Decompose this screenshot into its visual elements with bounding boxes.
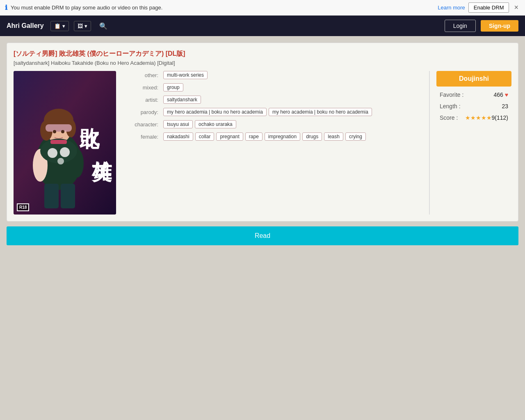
favorite-value: 466 ♥ [493,91,508,98]
favorite-label: Favorite : [440,91,463,98]
tag-rape[interactable]: rape [245,132,262,141]
mixed-tags: group [163,83,183,91]
image-icon: 🖼 [78,23,83,29]
other-row: other: multi-work series [130,71,426,79]
tag-impregnation[interactable]: impregnation [265,132,300,141]
length-label: Length : [440,103,461,110]
nav-dropdown-arrow2: ▾ [84,23,87,29]
svg-point-12 [48,148,57,158]
tag-group[interactable]: group [163,83,183,91]
svg-rect-15 [44,184,59,208]
favorite-row: Favorite : 466 ♥ [436,91,511,98]
mixed-label: mixed: [130,83,161,91]
female-label: female: [130,132,161,140]
signup-button[interactable]: Sign-up [481,20,518,32]
cover-image: 敗北 雄英 R18 [14,71,116,215]
tag-parody-2[interactable]: my hero academia | boku no hero academia [269,108,372,116]
tag-drugs[interactable]: drugs [302,132,322,141]
site-title: Ahri Gallery [7,22,44,30]
learn-more-link[interactable]: Learn more [438,5,465,11]
tag-crying[interactable]: crying [345,132,366,141]
artist-label: artist: [130,96,161,103]
character-label: character: [130,120,161,128]
other-label: other: [130,71,161,78]
female-row: female: nakadashi collar pregnant rape i… [130,132,426,141]
r18-badge: R18 [17,203,29,211]
gallery-title-jp: [ソルティ男爵] 敗北雄英 (僕のヒーローアカデミア) [DL版] [14,50,511,58]
cover-area: 敗北 雄英 R18 [14,71,120,215]
artist-row: artist: saltydanshark [130,96,426,104]
character-row: character: tsuyu asui ochako uraraka [130,120,426,128]
tag-leash[interactable]: leash [324,132,343,141]
enable-drm-button[interactable]: Enable DRM [468,2,509,13]
search-button[interactable]: 🔍 [96,21,111,32]
tag-collar[interactable]: collar [195,132,215,141]
svg-rect-6 [46,124,72,132]
parody-row: parody: my hero academia | boku no hero … [130,108,426,116]
mixed-row: mixed: group [130,83,426,91]
main-content: [ソルティ男爵] 敗北雄英 (僕のヒーローアカデミア) [DL版] [salty… [0,36,525,252]
length-value: 23 [502,103,508,110]
other-tags: multi-work series [163,71,208,79]
score-stars: ★★★★★ [465,114,492,121]
heart-icon: ♥ [505,91,508,98]
tag-multi-work-series[interactable]: multi-work series [163,71,208,79]
svg-point-8 [61,130,64,133]
parody-label: parody: [130,108,161,115]
notification-close-button[interactable]: × [512,3,520,12]
gallery-card: [ソルティ男爵] 敗北雄英 (僕のヒーローアカデミア) [DL版] [salty… [7,43,518,221]
score-row: Score : ★★★★★9(112) [436,114,511,121]
tag-saltydanshark[interactable]: saltydanshark [163,96,201,104]
gallery-title-en: [saltydanshark] Haiboku Takahide (Boku n… [14,60,511,66]
score-value: ★★★★★9(112) [465,114,508,121]
tag-parody-1[interactable]: my hero academia | boku no hero academia [163,108,267,116]
svg-point-14 [57,158,64,164]
tags-area: other: multi-work series mixed: group ar… [127,71,429,215]
read-button[interactable]: Read [7,226,518,245]
parody-tags: my hero academia | boku no hero academia… [163,108,372,116]
tag-tsuyu-asui[interactable]: tsuyu asui [163,120,193,128]
nav-book-icon-button[interactable]: 📋 ▾ [50,21,69,31]
tag-ochako-uraraka[interactable]: ochako uraraka [195,120,236,128]
notification-bar: ℹ You must enable DRM to play some audio… [0,0,525,16]
right-panel: Doujinshi Favorite : 466 ♥ Length : 23 S… [429,71,511,215]
type-badge: Doujinshi [436,71,511,87]
svg-rect-16 [61,184,75,208]
tag-nakadashi[interactable]: nakadashi [163,132,193,141]
tag-pregnant[interactable]: pregnant [216,132,243,141]
svg-point-7 [53,130,56,133]
book-icon: 📋 [54,23,61,29]
length-row: Length : 23 [436,103,511,110]
score-label: Score : [440,114,458,121]
nav-dropdown-arrow1: ▾ [62,23,65,29]
nav-image-icon-button[interactable]: 🖼 ▾ [74,21,91,31]
svg-rect-17 [50,140,67,144]
search-icon: 🔍 [99,23,107,30]
female-tags: nakadashi collar pregnant rape impregnat… [163,132,366,141]
cover-artwork: 敗北 雄英 [14,71,116,215]
login-button[interactable]: Login [445,20,476,32]
info-icon: ℹ [5,4,7,11]
svg-point-13 [60,147,70,157]
character-tags: tsuyu asui ochako uraraka [163,120,236,128]
notification-message: You must enable DRM to play some audio o… [11,5,434,11]
header: Ahri Gallery 📋 ▾ 🖼 ▾ 🔍 Login Sign-up [0,16,525,36]
artist-tags: saltydanshark [163,96,201,104]
